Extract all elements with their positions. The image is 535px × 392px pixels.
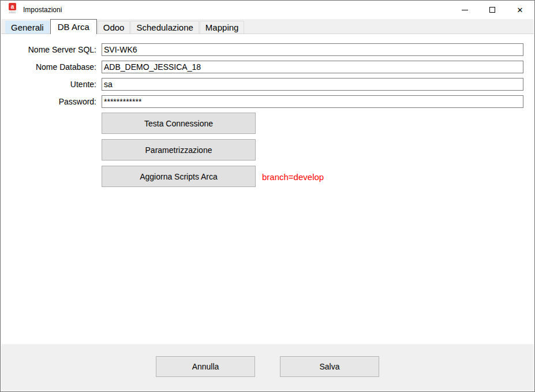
tab-schedulazione[interactable]: Schedulazione [130,21,199,33]
save-button[interactable]: Salva [280,356,379,377]
maximize-icon [489,7,495,13]
window-controls: ✕ [451,1,534,19]
minimize-icon [462,10,468,10]
field-row: Password: [1,95,534,108]
tab-odoo[interactable]: Odoo [98,21,130,33]
odoo-icon: a [9,3,16,10]
window-title: Impostazioni [23,6,62,14]
footer-bar: Annulla Salva [1,344,534,391]
field-row: Nome Server SQL: [1,43,534,56]
app-icon: a odoo [8,3,17,17]
database-name-input[interactable] [102,61,523,73]
odoo-icon-brand-text: odoo [9,11,16,14]
tab-strip: Generali DB Arca Odoo Schedulazione Mapp… [1,19,534,34]
user-input[interactable] [102,78,523,91]
cancel-button[interactable]: Annulla [156,356,255,377]
server-sql-label: Nome Server SQL: [0,43,96,56]
close-icon: ✕ [517,6,523,14]
password-label: Password: [0,95,96,108]
password-input[interactable] [102,95,523,108]
test-connection-button[interactable]: Testa Connessione [102,113,256,134]
minimize-button[interactable] [451,1,478,19]
server-sql-input[interactable] [102,43,523,56]
user-label: Utente: [0,78,96,91]
settings-window: a odoo Impostazioni ✕ Generali DB Arca O… [0,0,535,392]
parametrization-button[interactable]: Parametrizzazione [102,139,256,160]
field-row: Nome Database: [1,61,534,73]
update-arca-scripts-button[interactable]: Aggiorna Scripts Arca [102,166,256,187]
close-button[interactable]: ✕ [506,1,534,19]
tab-mapping[interactable]: Mapping [200,21,245,33]
titlebar: a odoo Impostazioni ✕ [1,1,534,19]
tab-generali[interactable]: Generali [5,21,50,33]
field-row: Utente: [1,78,534,91]
maximize-button[interactable] [478,1,506,19]
branch-note: branch=develop [262,172,324,182]
tab-db-arca[interactable]: DB Arca [50,19,97,34]
database-name-label: Nome Database: [0,61,96,73]
tab-page-db-arca: Nome Server SQL: Nome Database: Utente: … [1,35,534,345]
